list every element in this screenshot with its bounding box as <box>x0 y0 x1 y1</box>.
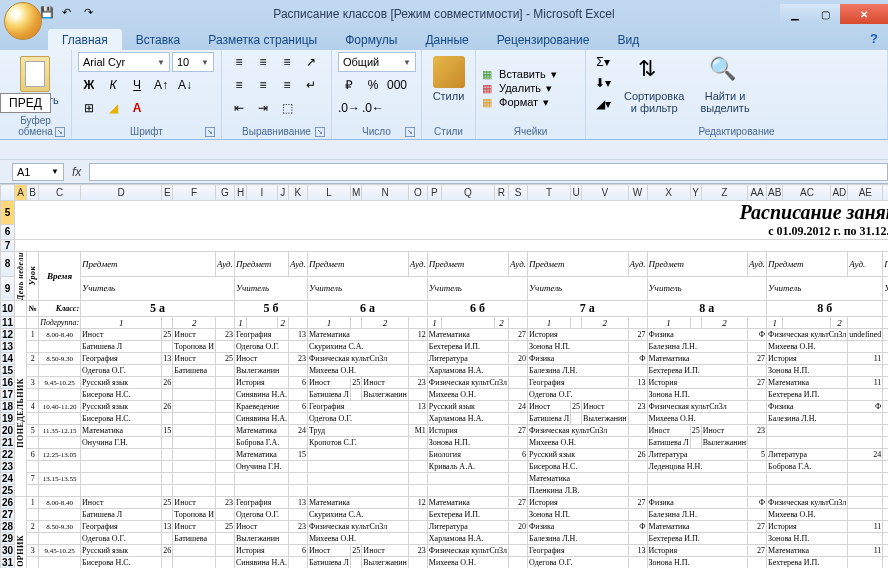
group-number: Число↘ <box>338 124 415 139</box>
comma-icon[interactable]: 000 <box>386 75 408 95</box>
tab-view[interactable]: Вид <box>603 29 653 50</box>
name-box[interactable]: A1▼ <box>12 163 64 181</box>
col-header[interactable]: F <box>173 185 216 201</box>
col-header[interactable]: W <box>628 185 647 201</box>
shrink-font-icon[interactable]: A↓ <box>174 75 196 95</box>
col-header[interactable]: AD <box>831 185 848 201</box>
worksheet-grid[interactable]: ABCDEFGHIJKLMNOPQRSTUVWXYZAAABACADAEAFAG… <box>0 184 888 568</box>
font-color-button[interactable]: A <box>126 98 148 118</box>
align-center-icon[interactable]: ≡ <box>252 75 274 95</box>
col-header[interactable]: R <box>494 185 508 201</box>
save-icon[interactable]: 💾 <box>40 6 56 22</box>
col-header[interactable]: P <box>427 185 441 201</box>
close-button[interactable]: ✕ <box>840 4 888 24</box>
percent-icon[interactable]: % <box>362 75 384 95</box>
col-header[interactable]: E <box>162 185 173 201</box>
wrap-text-icon[interactable]: ↵ <box>300 75 322 95</box>
pred-label: ПРЕД <box>0 93 51 113</box>
col-header[interactable]: C <box>39 185 81 201</box>
col-header[interactable]: Z <box>701 185 747 201</box>
autosum-icon[interactable]: Σ▾ <box>592 52 614 72</box>
ribbon-tabs: Главная Вставка Разметка страницы Формул… <box>0 28 888 50</box>
col-header[interactable]: D <box>81 185 162 201</box>
launcher-icon[interactable]: ↘ <box>315 127 325 137</box>
col-header[interactable]: K <box>288 185 307 201</box>
fx-icon[interactable]: fx <box>72 165 81 179</box>
font-size-combo[interactable]: 10▼ <box>172 52 214 72</box>
col-header[interactable]: S <box>509 185 528 201</box>
tab-review[interactable]: Рецензирование <box>483 29 604 50</box>
col-header[interactable]: AA <box>748 185 767 201</box>
bold-button[interactable]: Ж <box>78 75 100 95</box>
undo-icon[interactable]: ↶ <box>62 6 78 22</box>
align-middle-icon[interactable]: ≡ <box>252 52 274 72</box>
quick-access-toolbar: 💾 ↶ ↷ <box>40 6 100 22</box>
font-name-combo[interactable]: Arial Cyr▼ <box>78 52 170 72</box>
tab-layout[interactable]: Разметка страницы <box>194 29 331 50</box>
col-header[interactable]: A <box>15 185 27 201</box>
currency-icon[interactable]: ₽ <box>338 75 360 95</box>
styles-button[interactable]: Стили <box>427 52 471 106</box>
select-all[interactable] <box>1 185 15 201</box>
format-cells-button[interactable]: ▦ Формат ▾ <box>482 96 549 109</box>
col-header[interactable]: AB <box>767 185 783 201</box>
group-font: Шрифт↘ <box>78 124 215 139</box>
align-left-icon[interactable]: ≡ <box>228 75 250 95</box>
help-icon[interactable]: ? <box>870 31 878 46</box>
align-bottom-icon[interactable]: ≡ <box>276 52 298 72</box>
launcher-icon[interactable]: ↘ <box>55 127 65 137</box>
decrease-decimal-icon[interactable]: .0← <box>362 98 384 118</box>
launcher-icon[interactable]: ↘ <box>405 127 415 137</box>
sort-filter-button[interactable]: ⇅ Сортировка и фильтр <box>618 52 690 118</box>
underline-button[interactable]: Ч <box>126 75 148 95</box>
col-header[interactable]: Q <box>442 185 495 201</box>
col-header[interactable]: Y <box>690 185 701 201</box>
group-cells: Ячейки <box>482 124 579 139</box>
col-header[interactable]: G <box>215 185 234 201</box>
decrease-indent-icon[interactable]: ⇤ <box>228 98 250 118</box>
col-header[interactable]: L <box>307 185 350 201</box>
col-header[interactable]: V <box>582 185 628 201</box>
redo-icon[interactable]: ↷ <box>84 6 100 22</box>
grow-font-icon[interactable]: A↑ <box>150 75 172 95</box>
maximize-button[interactable]: ▢ <box>810 4 840 24</box>
number-format-combo[interactable]: Общий▼ <box>338 52 416 72</box>
fill-color-button[interactable]: ◢ <box>102 98 124 118</box>
minimize-button[interactable]: ▁ <box>780 4 810 24</box>
styles-icon <box>433 56 465 88</box>
italic-button[interactable]: К <box>102 75 124 95</box>
col-header[interactable]: M <box>351 185 362 201</box>
merge-icon[interactable]: ⬚ <box>276 98 298 118</box>
col-header[interactable]: B <box>27 185 39 201</box>
delete-cells-button[interactable]: ▦ Удалить ▾ <box>482 82 552 95</box>
find-select-button[interactable]: 🔍 Найти и выделить <box>694 52 755 118</box>
col-header[interactable]: AE <box>848 185 883 201</box>
col-header[interactable]: AC <box>783 185 831 201</box>
tab-insert[interactable]: Вставка <box>122 29 195 50</box>
tab-data[interactable]: Данные <box>411 29 482 50</box>
col-header[interactable]: N <box>362 185 408 201</box>
orientation-icon[interactable]: ↗ <box>300 52 322 72</box>
tab-home[interactable]: Главная <box>48 29 122 50</box>
col-header[interactable]: AF <box>883 185 888 201</box>
insert-cells-button[interactable]: ▦ Вставить ▾ <box>482 68 557 81</box>
launcher-icon[interactable]: ↘ <box>205 127 215 137</box>
col-header[interactable]: U <box>571 185 582 201</box>
increase-indent-icon[interactable]: ⇥ <box>252 98 274 118</box>
increase-decimal-icon[interactable]: .0→ <box>338 98 360 118</box>
borders-button[interactable]: ⊞ <box>78 98 100 118</box>
tab-formulas[interactable]: Формулы <box>331 29 411 50</box>
office-button[interactable] <box>4 2 42 40</box>
col-header[interactable]: H <box>234 185 246 201</box>
clear-icon[interactable]: ◢▾ <box>592 94 614 114</box>
col-header[interactable]: X <box>647 185 690 201</box>
align-right-icon[interactable]: ≡ <box>276 75 298 95</box>
formula-input[interactable] <box>89 163 888 181</box>
delete-icon: ▦ <box>482 82 492 95</box>
col-header[interactable]: T <box>528 185 571 201</box>
col-header[interactable]: I <box>247 185 277 201</box>
align-top-icon[interactable]: ≡ <box>228 52 250 72</box>
fill-icon[interactable]: ⬇▾ <box>592 73 614 93</box>
col-header[interactable]: O <box>408 185 427 201</box>
col-header[interactable]: J <box>277 185 288 201</box>
